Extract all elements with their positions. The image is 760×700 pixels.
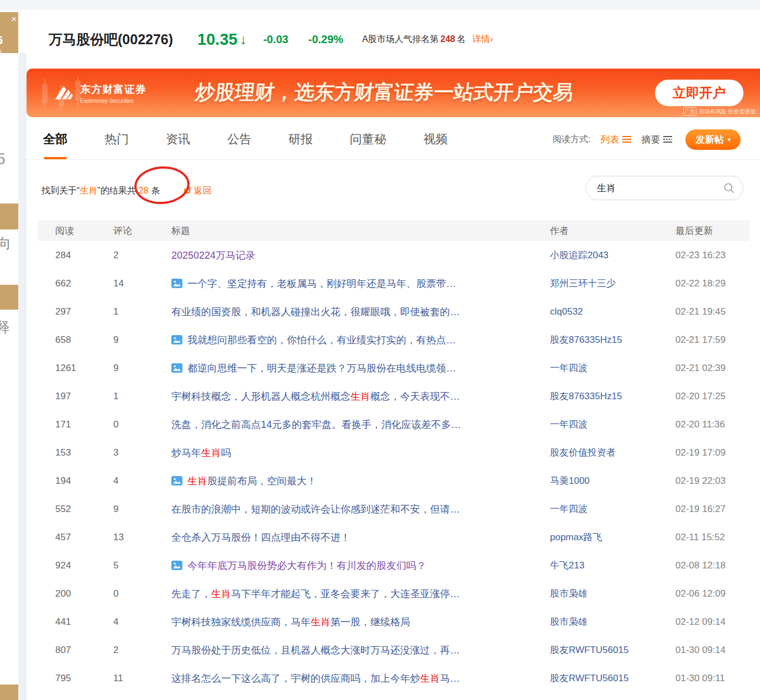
banner-slogan: 炒股理财，选东方财富证券一站式开户交易 bbox=[193, 79, 574, 106]
read-count: 658 bbox=[38, 335, 113, 346]
post-title-link[interactable]: 20250224万马记录 bbox=[171, 249, 255, 262]
post-title-link[interactable]: 全仓杀入万马股份！四点理由不得不进！ bbox=[171, 531, 350, 544]
new-post-label: 发新帖 bbox=[695, 133, 724, 146]
table-row: 297 1 有业绩的国资股，和机器人碰撞出火花，很耀眼哦，即使被套的… clq0… bbox=[38, 297, 749, 326]
tab-5[interactable]: 问董秘 bbox=[350, 119, 386, 159]
tab-3[interactable]: 公告 bbox=[227, 119, 251, 159]
back-link[interactable]: ↺ 返回 bbox=[183, 185, 211, 197]
read-count: 807 bbox=[38, 645, 113, 656]
col-title: 标题 bbox=[171, 224, 550, 237]
comment-count: 13 bbox=[113, 532, 171, 543]
table-rows: 284 2 20250224万马记录 小股追踪2043 02-23 16:23 … bbox=[38, 241, 749, 692]
post-title-link[interactable]: 有业绩的国资股，和机器人碰撞出火花，很耀眼哦，即使被套的… bbox=[171, 305, 460, 318]
read-count: 297 bbox=[38, 306, 113, 317]
col-updated: 最后更新 bbox=[675, 224, 749, 237]
search-icon[interactable] bbox=[724, 182, 735, 194]
col-reads: 阅读 bbox=[38, 224, 113, 237]
post-title-link[interactable]: 宇树科技概念，人形机器人概念杭州概念生肖概念，今天表现不… bbox=[171, 390, 460, 403]
post-title-link[interactable]: 一个字、坚定持有，老板属马，刚好明年还是马年、股票带… bbox=[187, 277, 456, 290]
price-down-arrow-icon: ↓ bbox=[240, 32, 247, 48]
table-row: 171 0 洗盘，消化之前高点14元多的套牢盘。看换手，消化应该差不多… 一年四… bbox=[38, 410, 749, 438]
comment-count: 9 bbox=[113, 363, 171, 374]
author-link[interactable]: 小股追踪2043 bbox=[550, 250, 609, 260]
author-link[interactable]: 股市枭雄 bbox=[550, 617, 588, 627]
risk-warning: 市场有风险 投资需谨慎 bbox=[699, 108, 756, 116]
summary-view-toggle[interactable]: 摘要 bbox=[641, 133, 672, 146]
table-row: 194 4 生肖股提前布局，空间最大！ 马羹1000 02-19 22:03 bbox=[38, 467, 749, 495]
securities-ad-banner[interactable]: 东方财富证券 Eastmoney Securities 炒股理财，选东方财富证券… bbox=[27, 69, 760, 117]
author-link[interactable]: clq0532 bbox=[550, 306, 583, 317]
left-ad-top-block: × 6 s bbox=[0, 12, 18, 53]
author-link[interactable]: 股友876335Hz15 bbox=[550, 391, 622, 401]
post-title-link[interactable]: 炒马年生肖吗 bbox=[171, 446, 231, 459]
post-title-link[interactable]: 生肖股提前布局，空间最大！ bbox=[187, 474, 317, 488]
image-attachment-icon bbox=[171, 363, 182, 373]
read-mode-controls: 阅读方式: 列表 摘要 发新帖 ▾ bbox=[553, 119, 741, 160]
tab-6[interactable]: 视频 bbox=[423, 119, 448, 159]
tab-2[interactable]: 资讯 bbox=[166, 119, 190, 159]
title-cell: 有业绩的国资股，和机器人碰撞出火花，很耀眼哦，即使被套的… bbox=[171, 305, 550, 318]
col-comments: 评论 bbox=[113, 224, 171, 237]
list-view-toggle[interactable]: 列表 bbox=[600, 133, 631, 146]
post-title-link[interactable]: 我就想问那些看空的，你怕什么，有业绩实打实的，有热点… bbox=[187, 333, 456, 347]
post-title-link[interactable]: 万马股份处于历史低位，且机器人概念大涨时万马还没涨过，再… bbox=[171, 644, 460, 657]
read-count: 662 bbox=[38, 278, 113, 289]
keyword-highlight: 生肖 bbox=[211, 588, 231, 599]
author-link[interactable]: 郑州三环十三少 bbox=[550, 278, 616, 289]
page-title: 万马股份吧(002276) bbox=[49, 30, 173, 49]
author-link[interactable]: 股友价值投资者 bbox=[550, 447, 616, 458]
title-cell: 洗盘，消化之前高点14元多的套牢盘。看换手，消化应该差不多… bbox=[171, 418, 550, 431]
post-title-link[interactable]: 宇树科技独家线缆供应商，马年生肖第一股，继续格局 bbox=[171, 615, 410, 629]
logo-text-en: Eastmoney Securities bbox=[80, 98, 146, 104]
post-title-link[interactable]: 在股市的浪潮中，短期的波动或许会让你感到迷茫和不安，但请… bbox=[171, 503, 460, 516]
author-link[interactable]: 股友RWFTU56015 bbox=[550, 645, 628, 655]
post-title-link[interactable]: 今年年底万马股份势必大有作为！有川发的股友们吗？ bbox=[187, 559, 426, 572]
post-title-link[interactable]: 这排名怎么一下这么高了，宇树的供应商吗，加上今年炒生肖马… bbox=[171, 672, 460, 685]
update-time: 02-20 17:25 bbox=[675, 391, 749, 402]
author-link[interactable]: 一年四波 bbox=[550, 363, 588, 373]
update-time: 02-21 02:39 bbox=[675, 363, 749, 374]
post-title-link[interactable]: 洗盘，消化之前高点14元多的套牢盘。看换手，消化应该差不多… bbox=[171, 418, 461, 431]
stock-change-percent: -0.29% bbox=[308, 33, 343, 46]
summary-view-icon bbox=[663, 136, 672, 143]
tab-4[interactable]: 研报 bbox=[289, 119, 313, 159]
author-link[interactable]: 牛飞213 bbox=[550, 560, 584, 571]
post-title-link[interactable]: 先走了，生肖马下半年才能起飞，亚冬会要来了，大连圣亚涨停… bbox=[171, 587, 460, 600]
open-account-button[interactable]: 立即开户 bbox=[655, 80, 743, 106]
comment-count: 5 bbox=[113, 560, 171, 571]
update-time: 02-08 12:18 bbox=[675, 560, 749, 571]
author-link[interactable]: 一年四波 bbox=[550, 419, 588, 430]
rank-number: 248 bbox=[441, 34, 455, 44]
author-link[interactable]: 股友RWFTU56015 bbox=[550, 673, 628, 683]
tab-bar: 全部 热门 资讯 公告 研报 问董秘 视频 阅读方式: 列表 摘要 发新帖 ▾ bbox=[27, 119, 760, 160]
comment-count: 0 bbox=[113, 419, 171, 430]
detail-link[interactable]: 详情› bbox=[473, 34, 493, 45]
author-link[interactable]: popmax路飞 bbox=[550, 532, 602, 542]
author-link[interactable]: 马羹1000 bbox=[550, 476, 590, 486]
new-post-button[interactable]: 发新帖 ▾ bbox=[685, 129, 741, 150]
post-title-link[interactable]: 都逆向思维一下，明天是涨还是跌？万马股份在电线电缆领… bbox=[187, 362, 456, 375]
stock-change: -0.03 bbox=[263, 33, 289, 46]
title-cell: 生肖股提前布局，空间最大！ bbox=[171, 474, 550, 488]
tab-1[interactable]: 热门 bbox=[104, 119, 129, 159]
comment-count: 9 bbox=[113, 504, 171, 515]
search-keyword: 生肖 bbox=[80, 185, 97, 197]
read-count: 171 bbox=[38, 419, 113, 430]
read-count: 924 bbox=[38, 560, 113, 571]
tab-0[interactable]: 全部 bbox=[43, 119, 67, 159]
search-input[interactable] bbox=[585, 176, 743, 200]
author-link[interactable]: 股市枭雄 bbox=[550, 588, 588, 599]
title-cell: 今年年底万马股份势必大有作为！有川发的股友们吗？ bbox=[171, 559, 550, 572]
comment-count: 0 bbox=[113, 588, 171, 599]
update-time: 01-30 09:14 bbox=[675, 645, 749, 656]
author-link[interactable]: 股友876335Hz15 bbox=[550, 335, 622, 345]
title-cell: 20250224万马记录 bbox=[171, 249, 550, 262]
author-link[interactable]: 一年四波 bbox=[550, 504, 588, 514]
update-time: 02-20 11:36 bbox=[675, 419, 749, 430]
read-count: 441 bbox=[38, 617, 113, 628]
title-cell: 炒马年生肖吗 bbox=[171, 446, 550, 459]
title-cell: 一个字、坚定持有，老板属马，刚好明年还是马年、股票带… bbox=[171, 277, 550, 290]
close-icon[interactable]: × bbox=[11, 14, 17, 24]
read-count: 153 bbox=[38, 447, 113, 458]
table-row: 795 11 这排名怎么一下这么高了，宇树的供应商吗，加上今年炒生肖马… 股友R… bbox=[38, 664, 749, 692]
